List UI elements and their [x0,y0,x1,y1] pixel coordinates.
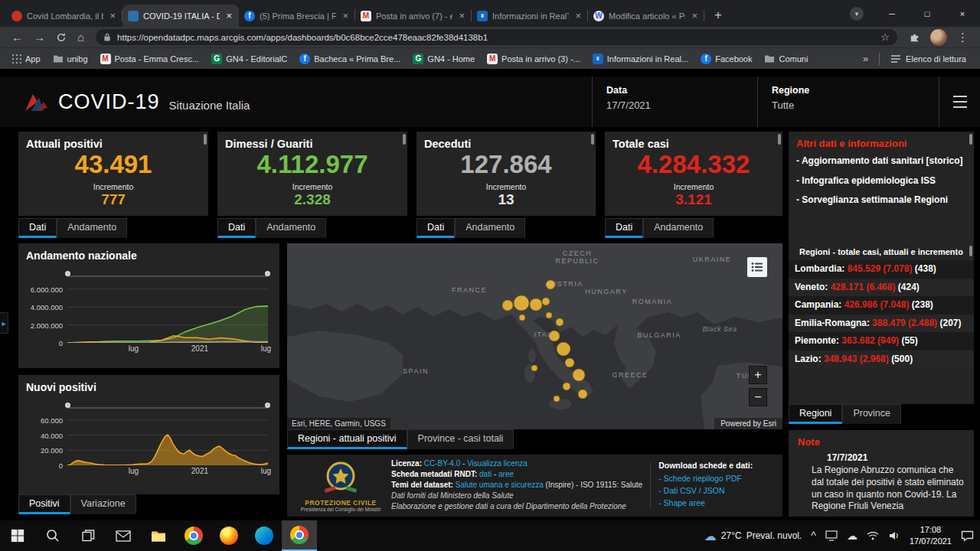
scrollbar-thumb[interactable] [204,134,207,145]
menu-dots-icon[interactable]: ⋮ [957,31,969,44]
reload-icon[interactable] [56,32,67,43]
task-view-button[interactable] [70,520,106,551]
back-icon[interactable]: ← [11,31,23,44]
case-bubble[interactable] [563,383,570,390]
tab-dati[interactable]: Dati [416,218,455,238]
license-link[interactable]: Visualizza licenza [467,459,528,468]
case-bubble[interactable] [502,300,513,311]
hamburger-menu-icon[interactable] [939,77,980,127]
window-maximize-button[interactable]: □ [910,0,945,27]
mail-app-button[interactable] [106,520,141,551]
time-range-slider[interactable] [67,403,268,413]
tab-close-icon[interactable]: × [690,10,699,21]
tab-andamento[interactable]: Andamento [455,218,525,238]
license-link[interactable]: dati [479,470,492,478]
bookmark-item[interactable]: GGN4 - EditorialC [207,51,292,67]
range-slider-handle-left[interactable] [65,403,70,408]
bookmark-item[interactable]: Comuni [760,52,812,66]
taskbar-clock[interactable]: 17:08 17/07/2021 [910,524,952,547]
license-link[interactable]: CC-BY-4.0 [424,459,460,468]
browser-tab[interactable]: WModifica articolo « Pri...× [588,5,704,27]
scrollbar-thumb[interactable] [403,134,406,145]
case-bubble[interactable] [514,295,529,311]
download-link[interactable]: - Schede riepilogo PDF [658,474,779,483]
case-bubble[interactable] [549,331,560,341]
case-bubble[interactable] [546,312,552,318]
weather-widget[interactable]: ☁ 27°C Preval. nuvol. [704,529,802,543]
reading-list-button[interactable]: Elenco di lettura [884,54,972,64]
region-row[interactable]: Emilia-Romagna: 388.479 (2.488) (207) [789,315,974,333]
license-link[interactable]: aree [498,470,514,478]
bookmark-star-icon[interactable]: ☆ [880,31,890,43]
tab-close-icon[interactable]: × [457,10,466,21]
region-row[interactable]: Veneto: 428.171 (6.468) (424) [789,279,974,297]
tab-province-casi-totali[interactable]: Province - casi totali [407,429,514,449]
range-slider-handle-left[interactable] [65,271,70,276]
tab-close-icon[interactable]: × [573,10,583,21]
case-bubble[interactable] [573,369,585,381]
case-bubble[interactable] [556,318,564,326]
tab-dati[interactable]: Dati [605,218,643,238]
range-slider-handle-right[interactable] [265,403,270,408]
bookmarks-overflow-icon[interactable]: » [863,53,868,64]
home-icon[interactable]: ⌂ [77,31,84,44]
browser-tab[interactable]: f(5) Prima Brescia | Fac...× [239,5,355,27]
panel-expander[interactable]: ▸ [0,312,8,334]
bookmark-item[interactable]: fBacheca « Prima Bre... [295,51,405,67]
case-bubble[interactable] [542,298,550,305]
new-tab-button[interactable]: + [707,5,729,26]
edge-app-button[interactable] [247,520,282,551]
license-link[interactable]: Salute umana e sicurezza [456,481,544,489]
tab-search-icon[interactable]: ▾ [850,7,864,21]
bookmark-item[interactable]: App [8,52,45,66]
browser-tab[interactable]: MPosta in arrivo (7) - en...× [355,5,472,27]
tab-positivi[interactable]: Positivi [18,494,70,514]
chrome-active-app-button[interactable] [282,520,317,551]
region-row[interactable]: Piemonte: 363.682 (949) (55) [789,332,974,350]
scrollbar-thumb[interactable] [969,134,972,145]
case-bubble[interactable] [565,358,574,367]
address-bar[interactable]: https://opendatadpc.maps.arcgis.com/apps… [96,29,897,45]
date-selector[interactable]: Data 17/7/2021 [592,77,757,127]
range-slider-handle-right[interactable] [265,271,270,276]
volume-icon[interactable] [888,530,900,541]
tab-dati[interactable]: Dati [217,218,256,238]
tab-andamento[interactable]: Andamento [256,218,326,238]
tab-andamento[interactable]: Andamento [643,218,714,238]
case-bubble[interactable] [531,365,537,371]
bookmark-item[interactable]: ‖Informazioni in Real... [588,51,693,67]
tab-close-icon[interactable]: × [224,10,234,21]
onedrive-icon[interactable]: ☁ [847,530,858,542]
scrollbar-thumb[interactable] [591,134,594,145]
bookmark-item[interactable]: GGN4 - Home [408,51,479,67]
scrollbar-thumb[interactable] [969,246,972,256]
case-bubble[interactable] [546,280,555,289]
browser-tab[interactable]: ‖Informazioni in RealTi...× [472,5,588,27]
other-data-link[interactable]: - Aggiornamento dati sanitari [storico] [796,155,966,168]
download-link[interactable]: - Dati CSV / JSON [658,486,779,495]
region-selector[interactable]: Regione Tutte [757,77,939,127]
notification-center-icon[interactable] [961,530,974,542]
time-range-slider[interactable] [67,271,268,282]
zoom-in-button[interactable]: + [749,366,767,384]
case-bubble[interactable] [554,396,560,402]
browser-tab[interactable]: Covid Lombardia, il bo...× [6,5,122,27]
tab-andamento[interactable]: Andamento [57,218,127,238]
chrome-app-button[interactable] [176,520,211,551]
tab-variazione[interactable]: Variazione [70,494,136,514]
bookmark-item[interactable]: MPosta - Emma Cresc... [96,51,204,67]
browser-tab[interactable]: COVID-19 ITALIA - De...× [122,5,239,27]
case-bubble[interactable] [578,390,587,399]
tab-province[interactable]: Province [842,404,901,424]
map[interactable]: FRANCECZECH REPUBLICAUSTRIAHUNGARYUKRAIN… [287,243,782,429]
scrollbar-thumb[interactable] [778,134,781,145]
tab-regioni-attuali-positivi[interactable]: Regioni - attuali positivi [287,429,407,449]
case-bubble[interactable] [557,342,570,356]
network-icon[interactable] [867,531,879,540]
legend-button[interactable] [747,257,767,277]
window-minimize-button[interactable]: ─ [874,0,910,27]
extensions-icon[interactable] [909,31,920,43]
tab-dati[interactable]: Dati [18,218,57,238]
case-bubble[interactable] [530,298,542,311]
firefox-app-button[interactable] [211,520,247,551]
